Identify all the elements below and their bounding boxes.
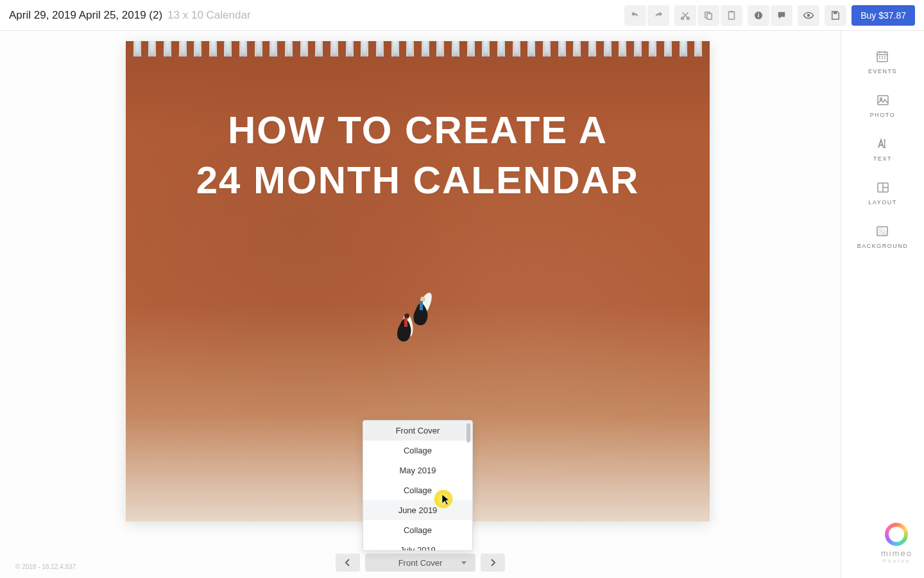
panel-photo-label: PHOTO: [870, 112, 895, 118]
dropdown-item-june-2019[interactable]: June 2019: [363, 500, 472, 520]
document-title[interactable]: April 29, 2019 April 25, 2019 (2): [9, 9, 162, 22]
svg-rect-5: [730, 11, 733, 12]
comment-icon: [776, 10, 787, 21]
footer-version: © 2018 - 18.12.4.837: [15, 563, 76, 570]
svg-rect-8: [758, 13, 759, 14]
copy-icon: [703, 10, 714, 21]
right-side-panel: EVENTS PHOTO TEXT LAYOUT BACKGROUND: [841, 31, 924, 578]
panel-events-label: EVENTS: [868, 68, 897, 74]
next-page-button[interactable]: [481, 554, 505, 572]
svg-point-13: [420, 297, 425, 302]
save-icon: [830, 10, 841, 21]
svg-rect-3: [707, 13, 712, 19]
chevron-right-icon: [490, 559, 496, 566]
calendar-icon: [875, 49, 890, 64]
bottom-page-nav: Front Cover: [336, 554, 505, 572]
canvas-area[interactable]: HOW TO CREATE A 24 MONTH CALENDAR: [0, 31, 841, 578]
panel-text-button[interactable]: TEXT: [873, 127, 892, 171]
panel-photo-button[interactable]: PHOTO: [870, 83, 895, 127]
brand-subname: Photos: [881, 558, 912, 564]
info-button[interactable]: [748, 5, 769, 26]
title-wrap: April 29, 2019 April 25, 2019 (2) 13 x 1…: [9, 9, 624, 22]
dropdown-list: Front Cover Collage May 2019 Collage Jun…: [363, 421, 472, 550]
document-subtitle: 13 x 10 Calendar: [167, 9, 250, 22]
history-group: [624, 5, 669, 26]
dropdown-item-front-cover[interactable]: Front Cover: [363, 421, 472, 441]
cover-figures: [386, 280, 450, 360]
preview-button[interactable]: [798, 5, 819, 26]
clipboard-group: [674, 5, 742, 26]
main-area: HOW TO CREATE A 24 MONTH CALENDAR: [0, 31, 924, 578]
chevron-left-icon: [345, 559, 351, 566]
svg-rect-18: [878, 96, 888, 105]
svg-rect-15: [420, 301, 423, 310]
mimeo-logo-icon: [885, 523, 908, 546]
caret-down-icon: [461, 561, 466, 565]
buy-button[interactable]: Buy $37.87: [851, 5, 915, 26]
layout-icon: [875, 180, 891, 195]
text-icon: [875, 136, 890, 152]
copy-button[interactable]: [697, 5, 719, 26]
panel-layout-label: LAYOUT: [868, 199, 896, 206]
panel-background-button[interactable]: BACKGROUND: [857, 215, 909, 258]
svg-point-14: [404, 313, 409, 319]
cut-icon: [680, 10, 691, 21]
svg-point-9: [807, 13, 810, 17]
page-dropdown[interactable]: Front Cover Collage May 2019 Collage Jun…: [363, 420, 473, 551]
svg-rect-20: [884, 140, 886, 148]
brand-name: mimeo: [881, 548, 912, 558]
dropdown-item-collage-3[interactable]: Collage: [363, 520, 472, 540]
cut-button[interactable]: [674, 5, 696, 26]
svg-rect-4: [729, 12, 735, 19]
background-icon: [875, 223, 890, 239]
svg-rect-7: [758, 14, 759, 17]
eye-icon: [803, 10, 814, 21]
toolbar-right: Buy $37.87: [624, 5, 915, 26]
spiral-binding: [126, 41, 710, 59]
dropdown-item-collage-2[interactable]: Collage: [363, 480, 472, 500]
svg-rect-16: [404, 318, 407, 327]
redo-button[interactable]: [647, 5, 669, 26]
cover-title-line2: 24 MONTH CALENDAR: [126, 155, 710, 206]
top-bar: April 29, 2019 April 25, 2019 (2) 13 x 1…: [0, 0, 924, 31]
dropdown-scrollbar[interactable]: [466, 423, 470, 442]
info-icon: [753, 10, 764, 21]
dropdown-item-may-2019[interactable]: May 2019: [363, 460, 472, 480]
panel-background-label: BACKGROUND: [857, 243, 909, 249]
photo-icon: [875, 92, 891, 108]
prev-page-button[interactable]: [336, 554, 360, 572]
page-select-label: Front Cover: [398, 558, 443, 568]
panel-text-label: TEXT: [873, 155, 892, 162]
redo-icon: [653, 10, 664, 21]
page-select-dropdown[interactable]: Front Cover: [365, 554, 475, 572]
panel-events-button[interactable]: EVENTS: [868, 40, 897, 83]
dropdown-item-collage-1[interactable]: Collage: [363, 441, 472, 460]
paste-icon: [726, 10, 737, 21]
save-button[interactable]: [825, 5, 846, 26]
brand-logo-block: mimeo Photos: [881, 523, 912, 564]
dropdown-item-july-2019[interactable]: July 2019: [363, 540, 472, 550]
panel-layout-button[interactable]: LAYOUT: [868, 171, 896, 215]
cover-title[interactable]: HOW TO CREATE A 24 MONTH CALENDAR: [126, 105, 710, 206]
info-group: [748, 5, 792, 26]
undo-button[interactable]: [624, 5, 646, 26]
comment-button[interactable]: [771, 5, 792, 26]
cover-title-line1: HOW TO CREATE A: [126, 105, 710, 155]
undo-icon: [629, 10, 641, 21]
paste-button[interactable]: [721, 5, 742, 26]
svg-rect-10: [834, 12, 837, 14]
